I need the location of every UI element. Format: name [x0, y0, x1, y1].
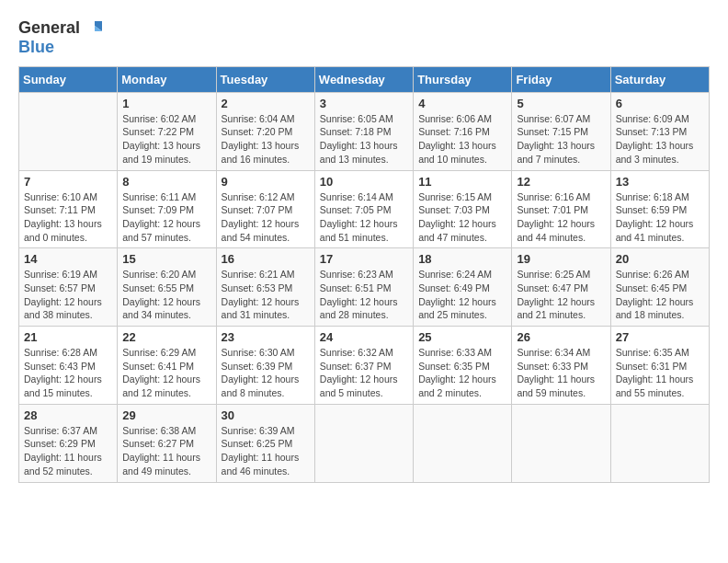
calendar-cell: [414, 404, 512, 482]
cell-content: Sunrise: 6:15 AM Sunset: 7:03 PM Dayligh…: [418, 190, 506, 245]
calendar-cell: 28Sunrise: 6:37 AM Sunset: 6:29 PM Dayli…: [19, 404, 118, 482]
day-number: 8: [122, 175, 210, 189]
cell-content: Sunrise: 6:32 AM Sunset: 6:37 PM Dayligh…: [320, 346, 408, 400]
day-of-week-header: Saturday: [610, 66, 709, 92]
calendar-cell: 29Sunrise: 6:38 AM Sunset: 6:27 PM Dayli…: [118, 404, 216, 482]
calendar-cell: 27Sunrise: 6:35 AM Sunset: 6:31 PM Dayli…: [610, 327, 709, 405]
cell-content: Sunrise: 6:12 AM Sunset: 7:07 PM Dayligh…: [222, 190, 310, 245]
calendar-cell: 5Sunrise: 6:07 AM Sunset: 7:15 PM Daylig…: [512, 92, 610, 170]
cell-content: Sunrise: 6:07 AM Sunset: 7:15 PM Dayligh…: [517, 112, 605, 167]
calendar-week-row: 14Sunrise: 6:19 AM Sunset: 6:57 PM Dayli…: [19, 248, 710, 327]
day-number: 23: [222, 330, 310, 344]
calendar-week-row: 1Sunrise: 6:02 AM Sunset: 7:22 PM Daylig…: [19, 92, 710, 170]
calendar-cell: 12Sunrise: 6:16 AM Sunset: 7:01 PM Dayli…: [512, 170, 610, 248]
day-number: 21: [24, 330, 112, 344]
day-number: 9: [222, 175, 310, 189]
day-number: 6: [616, 97, 704, 110]
cell-content: Sunrise: 6:37 AM Sunset: 6:29 PM Dayligh…: [24, 424, 112, 478]
cell-content: Sunrise: 6:02 AM Sunset: 7:22 PM Dayligh…: [122, 112, 210, 167]
cell-content: Sunrise: 6:30 AM Sunset: 6:39 PM Dayligh…: [222, 346, 310, 400]
calendar-week-row: 7Sunrise: 6:10 AM Sunset: 7:11 PM Daylig…: [19, 170, 710, 248]
calendar-cell: 6Sunrise: 6:09 AM Sunset: 7:13 PM Daylig…: [610, 92, 709, 170]
day-number: 24: [320, 330, 408, 344]
cell-content: Sunrise: 6:05 AM Sunset: 7:18 PM Dayligh…: [320, 112, 408, 167]
calendar-cell: 1Sunrise: 6:02 AM Sunset: 7:22 PM Daylig…: [118, 92, 216, 170]
calendar-cell: [512, 404, 610, 482]
day-number: 22: [122, 330, 210, 344]
calendar-cell: 30Sunrise: 6:39 AM Sunset: 6:25 PM Dayli…: [216, 404, 314, 482]
logo: General Blue: [18, 18, 102, 57]
day-of-week-header: Monday: [118, 66, 216, 92]
cell-content: Sunrise: 6:11 AM Sunset: 7:09 PM Dayligh…: [122, 190, 210, 245]
logo-container: General Blue: [18, 18, 102, 57]
calendar-header: SundayMondayTuesdayWednesdayThursdayFrid…: [19, 66, 710, 92]
calendar-cell: 22Sunrise: 6:29 AM Sunset: 6:41 PM Dayli…: [118, 327, 216, 405]
day-number: 7: [24, 175, 112, 189]
logo-blue-text: Blue: [18, 39, 102, 57]
calendar-cell: 24Sunrise: 6:32 AM Sunset: 6:37 PM Dayli…: [314, 327, 413, 405]
day-number: 25: [418, 330, 506, 344]
day-of-week-header: Sunday: [19, 66, 118, 92]
day-number: 10: [320, 175, 408, 189]
logo-general-text: General: [18, 19, 80, 38]
calendar-body: 1Sunrise: 6:02 AM Sunset: 7:22 PM Daylig…: [19, 92, 710, 482]
day-of-week-header: Thursday: [414, 66, 512, 92]
logo-bird-icon: [82, 18, 102, 39]
cell-content: Sunrise: 6:28 AM Sunset: 6:43 PM Dayligh…: [24, 346, 112, 400]
cell-content: Sunrise: 6:21 AM Sunset: 6:53 PM Dayligh…: [222, 268, 310, 322]
cell-content: Sunrise: 6:39 AM Sunset: 6:25 PM Dayligh…: [222, 424, 310, 478]
day-number: 4: [418, 97, 506, 110]
day-number: 13: [616, 175, 704, 189]
day-number: 27: [616, 330, 704, 344]
day-number: 20: [616, 252, 704, 266]
cell-content: Sunrise: 6:10 AM Sunset: 7:11 PM Dayligh…: [24, 190, 112, 245]
cell-content: Sunrise: 6:18 AM Sunset: 6:59 PM Dayligh…: [616, 190, 704, 245]
cell-content: Sunrise: 6:33 AM Sunset: 6:35 PM Dayligh…: [418, 346, 506, 400]
cell-content: Sunrise: 6:35 AM Sunset: 6:31 PM Dayligh…: [616, 346, 704, 400]
cell-content: Sunrise: 6:16 AM Sunset: 7:01 PM Dayligh…: [517, 190, 605, 245]
calendar-cell: 25Sunrise: 6:33 AM Sunset: 6:35 PM Dayli…: [414, 327, 512, 405]
calendar-cell: [314, 404, 413, 482]
calendar-cell: [19, 92, 118, 170]
cell-content: Sunrise: 6:23 AM Sunset: 6:51 PM Dayligh…: [320, 268, 408, 322]
calendar-cell: 9Sunrise: 6:12 AM Sunset: 7:07 PM Daylig…: [216, 170, 314, 248]
day-number: 1: [122, 97, 210, 110]
day-number: 30: [222, 408, 310, 422]
calendar-cell: 8Sunrise: 6:11 AM Sunset: 7:09 PM Daylig…: [118, 170, 216, 248]
calendar-cell: 18Sunrise: 6:24 AM Sunset: 6:49 PM Dayli…: [414, 248, 512, 327]
cell-content: Sunrise: 6:09 AM Sunset: 7:13 PM Dayligh…: [616, 112, 704, 167]
calendar-table: SundayMondayTuesdayWednesdayThursdayFrid…: [18, 66, 710, 483]
calendar-cell: 19Sunrise: 6:25 AM Sunset: 6:47 PM Dayli…: [512, 248, 610, 327]
cell-content: Sunrise: 6:29 AM Sunset: 6:41 PM Dayligh…: [122, 346, 210, 400]
day-number: 18: [418, 252, 506, 266]
cell-content: Sunrise: 6:14 AM Sunset: 7:05 PM Dayligh…: [320, 190, 408, 245]
cell-content: Sunrise: 6:25 AM Sunset: 6:47 PM Dayligh…: [517, 268, 605, 322]
day-number: 15: [122, 252, 210, 266]
calendar-cell: 15Sunrise: 6:20 AM Sunset: 6:55 PM Dayli…: [118, 248, 216, 327]
calendar-cell: 13Sunrise: 6:18 AM Sunset: 6:59 PM Dayli…: [610, 170, 709, 248]
calendar-week-row: 28Sunrise: 6:37 AM Sunset: 6:29 PM Dayli…: [19, 404, 710, 482]
day-number: 5: [517, 97, 605, 110]
calendar-cell: 16Sunrise: 6:21 AM Sunset: 6:53 PM Dayli…: [216, 248, 314, 327]
calendar-cell: 11Sunrise: 6:15 AM Sunset: 7:03 PM Dayli…: [414, 170, 512, 248]
day-number: 29: [122, 408, 210, 422]
cell-content: Sunrise: 6:26 AM Sunset: 6:45 PM Dayligh…: [616, 268, 704, 322]
calendar-cell: 10Sunrise: 6:14 AM Sunset: 7:05 PM Dayli…: [314, 170, 413, 248]
calendar-cell: 7Sunrise: 6:10 AM Sunset: 7:11 PM Daylig…: [19, 170, 118, 248]
cell-content: Sunrise: 6:06 AM Sunset: 7:16 PM Dayligh…: [418, 112, 506, 167]
calendar-cell: 20Sunrise: 6:26 AM Sunset: 6:45 PM Dayli…: [610, 248, 709, 327]
calendar-cell: 21Sunrise: 6:28 AM Sunset: 6:43 PM Dayli…: [19, 327, 118, 405]
calendar-cell: 17Sunrise: 6:23 AM Sunset: 6:51 PM Dayli…: [314, 248, 413, 327]
day-number: 28: [24, 408, 112, 422]
cell-content: Sunrise: 6:38 AM Sunset: 6:27 PM Dayligh…: [122, 424, 210, 478]
day-number: 16: [222, 252, 310, 266]
cell-content: Sunrise: 6:20 AM Sunset: 6:55 PM Dayligh…: [122, 268, 210, 322]
day-of-week-header: Friday: [512, 66, 610, 92]
day-number: 19: [517, 252, 605, 266]
day-of-week-header: Tuesday: [216, 66, 314, 92]
day-number: 12: [517, 175, 605, 189]
calendar-cell: 4Sunrise: 6:06 AM Sunset: 7:16 PM Daylig…: [414, 92, 512, 170]
calendar-cell: 2Sunrise: 6:04 AM Sunset: 7:20 PM Daylig…: [216, 92, 314, 170]
calendar-cell: 14Sunrise: 6:19 AM Sunset: 6:57 PM Dayli…: [19, 248, 118, 327]
calendar-week-row: 21Sunrise: 6:28 AM Sunset: 6:43 PM Dayli…: [19, 327, 710, 405]
